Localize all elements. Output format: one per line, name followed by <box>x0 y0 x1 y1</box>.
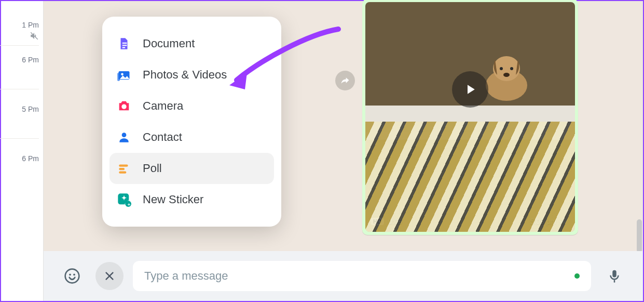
hd-badge: HD <box>371 218 384 225</box>
chat-time: 1 Pm <box>22 21 39 29</box>
video-duration: 0:09 <box>388 217 402 226</box>
chat-list-item[interactable]: 1 Pm <box>0 6 39 56</box>
svg-rect-9 <box>119 164 128 166</box>
mic-button[interactable] <box>600 262 628 290</box>
attach-poll[interactable]: Poll <box>109 153 274 184</box>
play-icon <box>462 82 478 97</box>
document-icon <box>117 36 131 51</box>
svg-rect-11 <box>119 171 126 173</box>
muted-icon <box>30 31 39 43</box>
video-meta: HD 0:09 5:09 pm <box>371 215 570 228</box>
attach-menu: Document Photos & Videos Camera Contact … <box>102 17 281 227</box>
svg-rect-2 <box>122 45 127 46</box>
contact-icon <box>117 130 131 145</box>
svg-point-7 <box>121 104 126 109</box>
svg-rect-10 <box>119 168 125 170</box>
svg-point-6 <box>121 73 124 76</box>
poll-icon <box>117 161 131 176</box>
chat-time: 6 Pm <box>22 154 39 163</box>
photos-icon <box>117 68 131 82</box>
svg-point-20 <box>510 67 513 70</box>
attach-new-sticker[interactable]: ✦＋ New Sticker <box>109 184 274 215</box>
attach-contact[interactable]: Contact <box>109 122 274 153</box>
message-input-wrap[interactable] <box>133 261 591 291</box>
svg-point-18 <box>493 56 520 81</box>
svg-text:✦: ✦ <box>121 194 127 201</box>
read-ticks-icon <box>559 217 570 226</box>
play-button[interactable] <box>452 71 488 108</box>
chat-list-item[interactable]: 6 Pm <box>22 154 39 204</box>
outgoing-video-message[interactable]: HD 0:09 5:09 pm <box>362 0 578 235</box>
message-time: 5:09 pm <box>530 217 556 226</box>
close-icon <box>104 270 115 282</box>
message-input[interactable] <box>144 269 574 283</box>
chat-list-item[interactable]: 5 Pm <box>0 105 39 154</box>
forward-button[interactable] <box>335 71 355 90</box>
chat-list-item[interactable]: 6 Pm <box>0 56 39 105</box>
svg-rect-3 <box>122 47 125 48</box>
svg-point-23 <box>69 273 71 275</box>
svg-rect-5 <box>117 73 120 81</box>
forward-icon <box>340 75 350 86</box>
chat-list-edge: 1 Pm 6 Pm 5 Pm 6 Pm <box>1 1 44 301</box>
video-thumbnail[interactable]: HD 0:09 5:09 pm <box>365 2 575 232</box>
svg-point-8 <box>122 133 127 137</box>
send-indicator-dot <box>574 273 580 279</box>
sticker-icon: ✦＋ <box>117 192 131 207</box>
svg-rect-25 <box>614 280 615 283</box>
menu-label: Contact <box>143 130 182 144</box>
menu-label: Poll <box>143 162 162 175</box>
svg-text:＋: ＋ <box>127 202 131 207</box>
svg-point-19 <box>500 67 503 70</box>
chat-time: 6 Pm <box>22 56 39 64</box>
menu-label: Camera <box>143 99 183 113</box>
message-composer <box>44 251 643 301</box>
scrollbar-thumb[interactable] <box>637 219 642 253</box>
svg-point-24 <box>73 273 75 275</box>
svg-point-22 <box>65 269 79 283</box>
emoji-button[interactable] <box>58 262 86 290</box>
emoji-icon <box>64 268 80 284</box>
close-attach-button[interactable] <box>95 262 124 290</box>
svg-rect-1 <box>122 43 127 44</box>
camera-icon <box>117 99 131 113</box>
attach-camera[interactable]: Camera <box>109 90 274 122</box>
menu-label: New Sticker <box>143 193 203 206</box>
attach-document[interactable]: Document <box>109 28 274 59</box>
menu-label: Photos & Videos <box>143 68 227 82</box>
attach-photos-videos[interactable]: Photos & Videos <box>109 59 274 90</box>
mic-icon <box>607 268 622 284</box>
svg-point-21 <box>503 73 510 77</box>
menu-label: Document <box>143 37 195 50</box>
chat-time: 5 Pm <box>22 105 39 113</box>
